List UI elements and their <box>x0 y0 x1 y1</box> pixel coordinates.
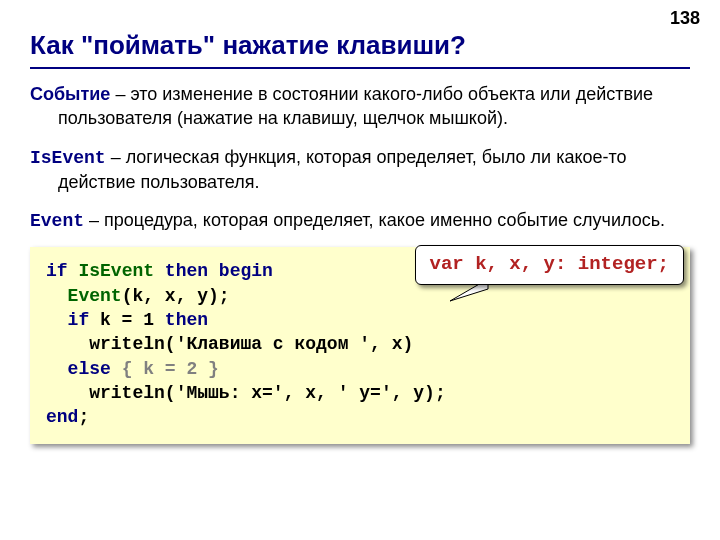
code-writeln1: writeln <box>89 334 165 354</box>
code-cond: k = 1 <box>89 310 165 330</box>
kw-then-begin: then begin <box>165 261 273 281</box>
para-isevent: IsEvent – логическая функция, которая оп… <box>30 145 690 195</box>
code-args: (k, x, y); <box>122 286 230 306</box>
kw-else: else <box>68 359 111 379</box>
term-event: Событие <box>30 84 110 104</box>
term-isevent: IsEvent <box>30 148 106 168</box>
page-number: 138 <box>670 8 700 29</box>
para-event: Событие – это изменение в состоянии како… <box>30 82 690 131</box>
code-str1: ('Клавиша с кодом ', x) <box>165 334 413 354</box>
slide-body: Событие – это изменение в состоянии како… <box>30 82 690 444</box>
id-event: Event <box>68 286 122 306</box>
kw-if2: if <box>68 310 90 330</box>
para-event-text: – это изменение в состоянии какого-либо … <box>58 84 653 128</box>
code-comment: { k = 2 } <box>122 359 219 379</box>
code-str2: ('Мышь: x=', x, ' y=', y); <box>165 383 446 403</box>
kw-end: end <box>46 407 78 427</box>
callout-box: var k, x, y: integer; <box>415 245 684 285</box>
para-eventproc: Event – процедура, которая определяет, к… <box>30 208 690 233</box>
code-writeln2: writeln <box>89 383 165 403</box>
id-isevent: IsEvent <box>78 261 154 281</box>
code-area: if IsEvent then begin Event(k, x, y); if… <box>30 247 690 443</box>
para-isevent-text: – логическая функция, которая определяет… <box>58 147 627 192</box>
para-eventproc-text: – процедура, которая определяет, какое и… <box>84 210 665 230</box>
kw-if: if <box>46 261 68 281</box>
kw-then2: then <box>165 310 208 330</box>
code-semi: ; <box>78 407 89 427</box>
slide-title: Как "поймать" нажатие клавиши? <box>30 30 690 69</box>
term-eventproc: Event <box>30 211 84 231</box>
